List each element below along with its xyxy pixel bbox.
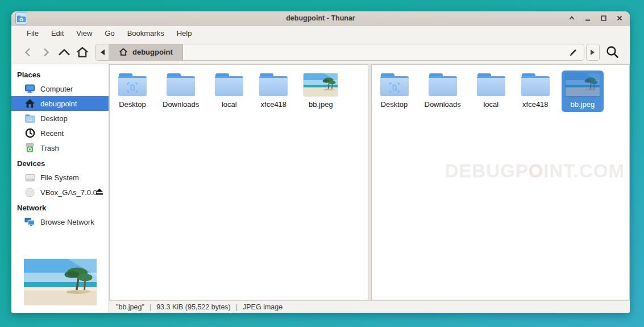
sidebar-item-computer[interactable]: Computer — [11, 81, 109, 96]
sidebar-item-trash[interactable]: Trash — [11, 140, 109, 155]
network-icon — [24, 217, 35, 227]
back-icon[interactable] — [19, 44, 37, 61]
file-item-xfce418[interactable]: xfce418 — [517, 71, 554, 112]
sidebar-item-debugpoint[interactable]: debugpoint — [11, 96, 109, 111]
toolbar: debugpoint — [11, 40, 630, 64]
right-pane[interactable]: Desktop Downloads local xfce418 — [371, 64, 630, 300]
window-title: debugpoint - Thunar — [11, 14, 630, 22]
menu-edit[interactable]: Edit — [45, 27, 70, 39]
menu-go[interactable]: Go — [98, 27, 121, 39]
status-filename: "bb.jpeg" — [116, 303, 144, 311]
sidebar-item-label: File System — [40, 173, 79, 182]
status-separator: | — [236, 303, 238, 311]
file-item-bb-jpeg-selected[interactable]: bb.jpeg — [562, 71, 604, 112]
file-label: xfce418 — [261, 100, 287, 109]
file-label: Desktop — [119, 100, 146, 109]
menu-view[interactable]: View — [70, 27, 98, 39]
file-label: Desktop — [381, 100, 408, 109]
breadcrumb-debugpoint[interactable]: debugpoint — [109, 44, 183, 60]
breadcrumb-home-icon — [119, 48, 128, 56]
status-filesize: 93.3 KiB (95,522 bytes) — [156, 303, 231, 311]
sidebar-item-label: Computer — [40, 85, 73, 93]
file-label: local — [222, 100, 237, 109]
file-label: xfce418 — [522, 100, 549, 109]
forward-icon[interactable] — [37, 44, 55, 61]
close-icon[interactable] — [616, 15, 623, 22]
path-scroll-left-icon[interactable] — [95, 44, 109, 60]
file-item-bb-jpeg[interactable]: bb.jpeg — [300, 71, 342, 112]
path-expand-icon[interactable] — [586, 44, 600, 61]
sidebar-item-desktop[interactable]: Desktop — [11, 111, 109, 126]
disc-icon — [24, 187, 35, 197]
folder-icon — [477, 73, 505, 96]
sidebar-item-label: debugpoint — [40, 100, 77, 108]
computer-icon — [24, 84, 35, 94]
file-item-desktop[interactable]: Desktop — [114, 71, 151, 112]
file-label: bb.jpeg — [309, 100, 333, 109]
file-item-xfce418[interactable]: xfce418 — [255, 71, 292, 112]
file-item-downloads[interactable]: Downloads — [159, 71, 203, 112]
file-item-local[interactable]: local — [473, 71, 509, 112]
selection-tint-overlay — [566, 73, 600, 96]
image-thumbnail — [304, 73, 338, 96]
status-separator: | — [149, 303, 151, 311]
menu-bookmarks[interactable]: Bookmarks — [121, 27, 171, 39]
edit-path-icon[interactable] — [562, 44, 584, 60]
sidebar-section-devices: Devices — [11, 155, 109, 170]
window-controls — [568, 11, 623, 25]
folder-desktop-icon — [380, 73, 409, 96]
shade-icon[interactable] — [568, 15, 575, 22]
preview-beach-image — [24, 259, 97, 305]
file-label: local — [483, 100, 498, 109]
sidebar-section-places: Places — [11, 67, 109, 81]
file-item-desktop[interactable]: Desktop — [376, 71, 413, 112]
sidebar-item-label: Trash — [40, 144, 59, 152]
file-label: Downloads — [163, 100, 199, 109]
folder-icon — [215, 73, 243, 96]
home-icon — [24, 98, 35, 109]
path-bar: debugpoint — [95, 44, 584, 61]
maximize-icon[interactable] — [600, 15, 607, 22]
breadcrumb-label: debugpoint — [132, 48, 173, 56]
eject-icon[interactable] — [95, 188, 103, 196]
sidebar-item-label: Desktop — [40, 114, 68, 123]
search-icon[interactable] — [602, 43, 622, 61]
file-item-local[interactable]: local — [211, 71, 247, 112]
home-icon[interactable] — [73, 44, 92, 61]
window-folder-home-icon — [15, 13, 27, 24]
folder-desktop-icon — [118, 73, 147, 96]
file-label: bb.jpeg — [571, 100, 595, 109]
debugpoint-watermark: DEBUGPOINT.COM — [444, 160, 625, 182]
sidebar-item-label: Recent — [40, 129, 64, 138]
harddrive-icon — [24, 172, 35, 183]
trash-icon — [24, 143, 35, 153]
main-column: Desktop Downloads local xfce418 — [109, 64, 630, 313]
sidebar-item-file-system[interactable]: File System — [11, 170, 109, 185]
sidebar-item-browse-network[interactable]: Browse Network — [11, 214, 109, 229]
sidebar-section-network: Network — [11, 200, 109, 214]
sidebar-item-recent[interactable]: Recent — [11, 126, 109, 140]
menu-file[interactable]: File — [20, 27, 45, 39]
titlebar[interactable]: debugpoint - Thunar — [11, 11, 630, 26]
path-input-area[interactable] — [183, 44, 562, 60]
menu-help[interactable]: Help — [171, 27, 198, 39]
split-panes: Desktop Downloads local xfce418 — [109, 64, 630, 300]
folder-icon — [167, 73, 195, 96]
sidebar: Places Computer — [11, 64, 109, 313]
sidebar-item-vbox[interactable]: VBox_GAs_7.0.0 — [11, 185, 109, 200]
thunar-window: debugpoint - Thunar File Edit View Go Bo… — [11, 11, 630, 313]
clock-icon — [24, 128, 35, 138]
folder-icon — [259, 73, 288, 96]
file-item-downloads[interactable]: Downloads — [421, 71, 465, 112]
up-icon[interactable] — [55, 44, 73, 61]
sidebar-item-label: Browse Network — [40, 218, 94, 226]
left-pane[interactable]: Desktop Downloads local xfce418 — [109, 64, 368, 300]
folder-icon — [521, 73, 550, 96]
minimize-icon[interactable] — [584, 15, 591, 22]
menubar: File Edit View Go Bookmarks Help — [11, 26, 630, 40]
folder-icon — [429, 73, 457, 96]
sidebar-item-label: VBox_GAs_7.0.0 — [40, 188, 97, 197]
status-filetype: JPEG image — [243, 303, 282, 311]
file-label: Downloads — [425, 100, 461, 109]
statusbar: "bb.jpeg" | 93.3 KiB (95,522 bytes) | JP… — [109, 300, 630, 313]
